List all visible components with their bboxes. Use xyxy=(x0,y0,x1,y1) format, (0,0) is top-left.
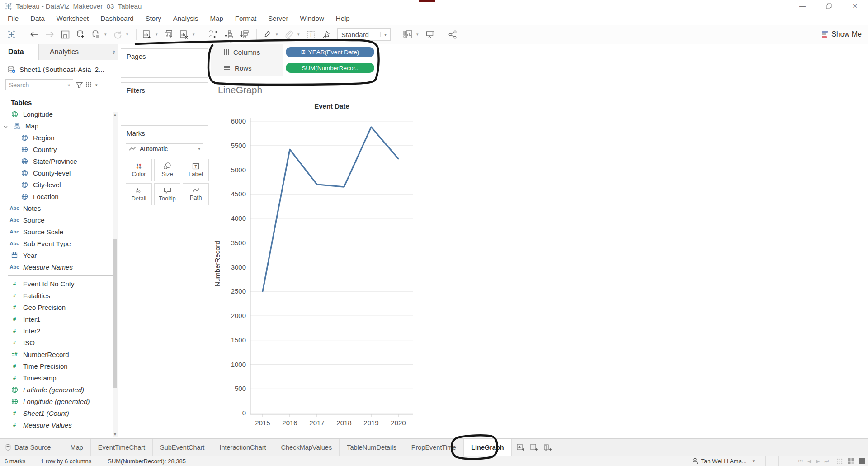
pause-updates-caret-icon[interactable]: ▾ xyxy=(104,32,109,37)
new-worksheet-caret-icon[interactable]: ▾ xyxy=(156,32,160,37)
tab-interactionchart[interactable]: InteractionChart xyxy=(212,439,274,456)
tab-analytics[interactable]: Analytics xyxy=(39,44,110,60)
datasource-item[interactable]: Sheet1 (Southeast-Asia_2... xyxy=(0,60,118,78)
new-dashboard-tab-icon[interactable] xyxy=(530,443,539,452)
mark-type-dropdown[interactable]: Automatic ▾ xyxy=(126,143,203,154)
filter-fields-icon[interactable] xyxy=(76,82,83,88)
tab-subeventchart[interactable]: SubEventChart xyxy=(153,439,212,456)
show-hide-cards-caret-icon[interactable]: ▾ xyxy=(416,32,421,37)
fields-scrollbar[interactable]: ▲ ▼ xyxy=(113,112,118,437)
tab-propeventtime[interactable]: PropEventTime xyxy=(404,439,464,456)
fix-axes-icon[interactable] xyxy=(319,28,333,41)
label-button[interactable]: T Label xyxy=(183,159,209,181)
line-chart[interactable]: 0500100015002000250030003500400045005000… xyxy=(211,79,446,437)
field-longitude[interactable]: Longitude xyxy=(0,108,118,120)
show-hide-cards-icon[interactable] xyxy=(401,28,415,41)
redo-icon[interactable] xyxy=(43,28,57,41)
view-options-caret-icon[interactable]: ▾ xyxy=(95,83,98,87)
duplicate-sheet-icon[interactable] xyxy=(162,28,175,41)
field-year[interactable]: Year xyxy=(0,249,118,261)
tab-eventtimechart[interactable]: EventTimeChart xyxy=(91,439,153,456)
rows-shelf[interactable]: Rows SUM(NumberRecor.. xyxy=(211,60,868,76)
field-timestamp[interactable]: #Timestamp xyxy=(0,372,118,384)
view-options-icon[interactable] xyxy=(85,82,93,88)
menu-map[interactable]: Map xyxy=(204,14,229,22)
color-button[interactable]: Color xyxy=(126,159,152,181)
attach-caret-icon[interactable]: ▾ xyxy=(297,32,302,37)
field-longitude-generated[interactable]: Longitude (generated) xyxy=(0,395,118,407)
field-iso[interactable]: #ISO xyxy=(0,337,118,348)
field-country[interactable]: Country xyxy=(0,143,118,155)
menu-data[interactable]: Data xyxy=(24,14,51,22)
detail-button[interactable]: Detail xyxy=(126,183,152,205)
full-view-icon[interactable] xyxy=(859,458,865,464)
field-city-level[interactable]: City-level xyxy=(0,179,118,190)
presentation-mode-icon[interactable] xyxy=(423,28,436,41)
highlight-caret-icon[interactable]: ▾ xyxy=(276,32,280,37)
size-button[interactable]: Size xyxy=(154,159,180,181)
close-button[interactable]: ✕ xyxy=(842,0,868,12)
new-story-tab-icon[interactable] xyxy=(543,443,552,452)
tab-checkmapvalues[interactable]: CheckMapValues xyxy=(274,439,340,456)
tooltip-button[interactable]: Tooltip xyxy=(154,183,180,205)
field-location[interactable]: Location xyxy=(0,190,118,202)
highlight-icon[interactable] xyxy=(260,28,274,41)
minimize-button[interactable]: — xyxy=(789,0,816,12)
field-measure-names[interactable]: AbcMeasure Names xyxy=(0,261,118,273)
chevron-down-icon[interactable] xyxy=(4,122,8,130)
menu-format[interactable]: Format xyxy=(229,14,263,22)
scrollbar-thumb[interactable] xyxy=(113,239,117,388)
field-source[interactable]: AbcSource xyxy=(0,214,118,226)
swap-rows-columns-icon[interactable] xyxy=(207,28,220,41)
menu-dashboard[interactable]: Dashboard xyxy=(94,14,139,22)
field-region[interactable]: Region xyxy=(0,132,118,143)
field-geo-precision[interactable]: #Geo Precision xyxy=(0,301,118,313)
menu-help[interactable]: Help xyxy=(330,14,356,22)
attach-icon[interactable] xyxy=(282,28,296,41)
menu-story[interactable]: Story xyxy=(140,14,167,22)
restore-button[interactable] xyxy=(816,0,842,12)
tab-linegraph[interactable]: LineGraph xyxy=(464,439,512,456)
field-county-level[interactable]: County-level xyxy=(0,167,118,179)
pause-updates-icon[interactable] xyxy=(89,28,103,41)
pages-shelf[interactable]: Pages xyxy=(121,48,208,78)
menu-analysis[interactable]: Analysis xyxy=(167,14,204,22)
pill-year-event-date[interactable]: ⊞ YEAR(Event Date) xyxy=(286,47,374,57)
show-me-button[interactable]: Show Me xyxy=(822,25,862,44)
field-time-precision[interactable]: #Time Precision xyxy=(0,360,118,372)
tab-tablenumdetails[interactable]: TableNumDetails xyxy=(340,439,404,456)
fit-selector[interactable]: Standard ▾ xyxy=(337,28,391,41)
field-source-scale[interactable]: AbcSource Scale xyxy=(0,226,118,238)
prev-page-icon[interactable]: ◀ xyxy=(807,458,811,464)
menu-window[interactable]: Window xyxy=(294,14,330,22)
field-state-province[interactable]: State/Province xyxy=(0,155,118,167)
new-worksheet-tab-icon[interactable] xyxy=(516,443,525,452)
path-button[interactable]: Path xyxy=(183,183,209,205)
pane-splitter-icon[interactable]: ⇕ xyxy=(110,44,118,60)
field-measure-values[interactable]: #Measure Values xyxy=(0,419,118,431)
menu-file[interactable]: File xyxy=(2,14,24,22)
menu-server[interactable]: Server xyxy=(262,14,294,22)
undo-icon[interactable] xyxy=(28,28,41,41)
tile-view-icon[interactable] xyxy=(848,458,854,464)
sort-ascending-icon[interactable] xyxy=(222,28,236,41)
clear-sheet-caret-icon[interactable]: ▾ xyxy=(193,32,197,37)
field-sub-event-type[interactable]: AbcSub Event Type xyxy=(0,238,118,249)
expand-pill-icon[interactable]: ⊞ xyxy=(301,49,306,55)
tab-data[interactable]: Data xyxy=(0,44,39,60)
field-notes[interactable]: AbcNotes xyxy=(0,202,118,214)
last-page-icon[interactable]: ⏭ xyxy=(824,458,829,464)
new-datasource-icon[interactable] xyxy=(74,28,87,41)
field-sheet1-count[interactable]: #Sheet1 (Count) xyxy=(0,407,118,419)
field-latitude-generated[interactable]: Latitude (generated) xyxy=(0,384,118,395)
columns-shelf[interactable]: Columns ⊞ YEAR(Event Date) xyxy=(211,44,868,60)
save-icon[interactable] xyxy=(58,28,72,41)
filters-shelf[interactable]: Filters xyxy=(121,82,208,121)
menu-worksheet[interactable]: Worksheet xyxy=(51,14,94,22)
search-input[interactable] xyxy=(5,79,73,90)
refresh-icon[interactable] xyxy=(111,28,124,41)
pill-sum-numberrecord[interactable]: SUM(NumberRecor.. xyxy=(286,63,374,73)
field-inter1[interactable]: #Inter1 xyxy=(0,313,118,325)
new-worksheet-icon[interactable] xyxy=(140,28,154,41)
first-page-icon[interactable]: ⏮ xyxy=(798,458,803,464)
